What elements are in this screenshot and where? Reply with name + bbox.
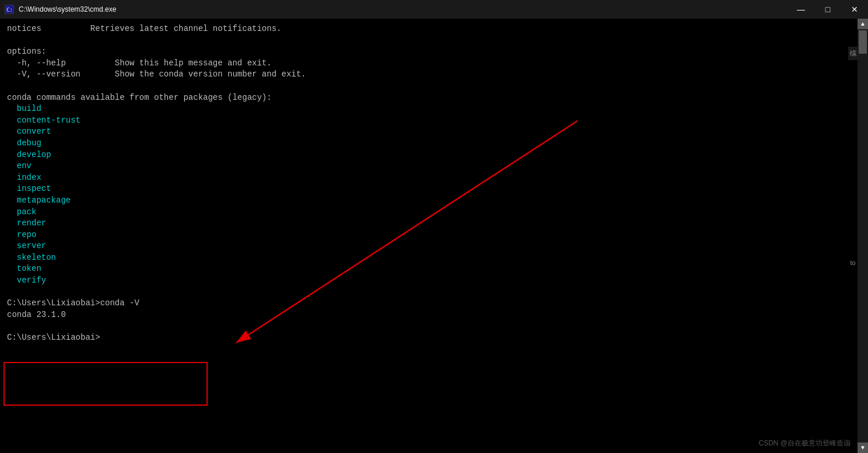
scrollbar[interactable]: ▲ ▼	[858, 19, 868, 453]
terminal-line	[7, 81, 850, 92]
terminal-line: env	[7, 161, 850, 172]
terminal-line: repo	[7, 229, 850, 241]
terminal-line: conda 23.1.0	[7, 309, 850, 321]
terminal-line	[7, 287, 850, 298]
terminal-line: pack	[7, 207, 850, 218]
terminal-line: -h, --help Show this help message and ex…	[7, 58, 850, 69]
scroll-track[interactable]	[858, 29, 868, 442]
terminal-line: index	[7, 172, 850, 184]
terminal-line: develop	[7, 149, 850, 161]
scroll-up-arrow[interactable]: ▲	[858, 19, 868, 29]
watermark: CSDN @自在极意功登峰造诣	[758, 438, 850, 448]
terminal-line: options:	[7, 46, 850, 58]
terminal-content: notices Retrieves latest channel notific…	[0, 19, 858, 453]
svg-text:C:: C:	[6, 7, 13, 13]
window-title: C:\Windows\system32\cmd.exe	[19, 5, 116, 13]
scroll-thumb[interactable]	[859, 30, 867, 54]
terminal-line: notices Retrieves latest channel notific…	[7, 23, 850, 35]
terminal-line: server	[7, 241, 850, 252]
terminal-line: convert	[7, 126, 850, 138]
terminal-line: metapackage	[7, 195, 850, 207]
terminal-line: build	[7, 103, 850, 115]
terminal-line: inspect	[7, 183, 850, 195]
terminal-line: C:\Users\Lixiaobai>	[7, 332, 850, 344]
terminal-line	[7, 320, 850, 332]
titlebar: C: C:\Windows\system32\cmd.exe — □ ✕	[0, 0, 868, 19]
terminal-line: skeleton	[7, 252, 850, 264]
terminal-line: token	[7, 263, 850, 275]
close-button[interactable]: ✕	[841, 0, 868, 19]
terminal-line: content-trust	[7, 115, 850, 127]
minimize-button[interactable]: —	[788, 0, 814, 19]
scroll-down-arrow[interactable]: ▼	[858, 442, 868, 453]
side-label-top: 综	[848, 47, 858, 60]
terminal-line: render	[7, 218, 850, 229]
terminal-line: C:\Users\Lixiaobai>conda -V	[7, 298, 850, 309]
terminal-line: -V, --version Show the conda version num…	[7, 69, 850, 81]
terminal-line: debug	[7, 138, 850, 149]
cmd-icon: C:	[5, 5, 14, 14]
maximize-button[interactable]: □	[814, 0, 841, 19]
side-label-middle: to	[848, 257, 858, 269]
window-controls: — □ ✕	[788, 0, 868, 19]
terminal-line: verify	[7, 275, 850, 287]
terminal-line: conda commands available from other pack…	[7, 92, 850, 104]
terminal-line	[7, 35, 850, 47]
